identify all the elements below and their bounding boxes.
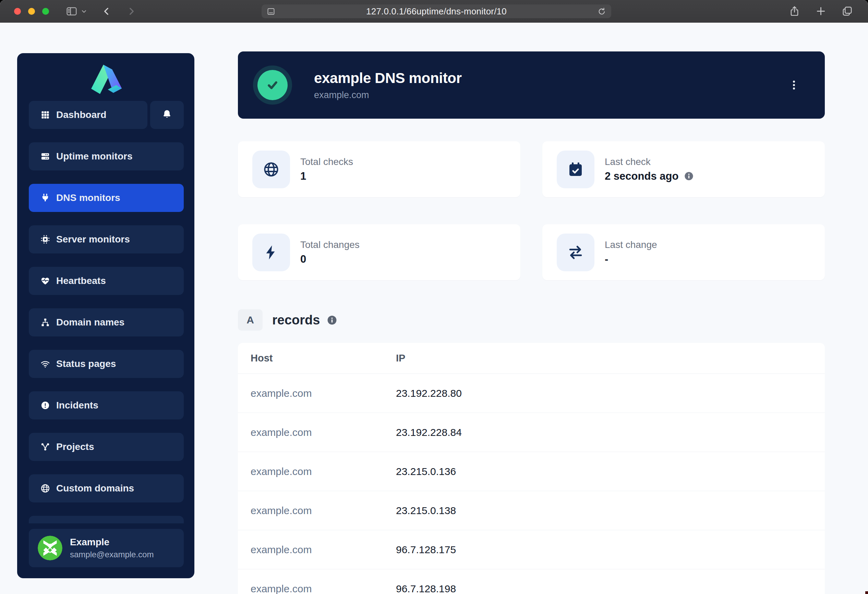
share-icon[interactable]	[789, 6, 800, 17]
info-icon[interactable]	[684, 171, 694, 181]
table-row: example.com 96.7.128.198	[238, 569, 825, 594]
sidebar: Dashboard Uptime monitors	[17, 53, 194, 578]
nodes-icon	[40, 442, 50, 452]
toolbar-right	[789, 6, 853, 17]
table-row: example.com 23.192.228.84	[238, 413, 825, 452]
address-bar[interactable]: 127.0.0.1/66uptime/dns-monitor/10	[261, 4, 611, 18]
host-cell: example.com	[238, 505, 396, 517]
window-controls	[14, 8, 49, 15]
table-header: Host IP	[238, 343, 825, 374]
stat-card: Last change -	[542, 224, 825, 280]
table-row: example.com 96.7.128.175	[238, 530, 825, 569]
kebab-icon	[788, 79, 800, 91]
stat-value: 1	[300, 170, 306, 182]
app-logo[interactable]	[17, 53, 194, 101]
monitor-domain: example.com	[314, 90, 462, 100]
user-name: Example	[70, 537, 154, 548]
stat-card: Total checks 1	[238, 141, 520, 197]
new-tab-icon[interactable]	[815, 6, 827, 17]
sidebar-item-label: Domain names	[56, 317, 124, 328]
stat-card: Total changes 0	[238, 224, 520, 280]
notifications-button[interactable]	[150, 101, 184, 129]
ip-cell: 23.215.0.138	[396, 505, 825, 517]
sidebar-item-label: Status pages	[56, 358, 116, 369]
sidebar-item-label: Projects	[56, 441, 94, 452]
sidebar-item-label: Custom domains	[56, 483, 134, 494]
swap-icon	[557, 233, 595, 271]
server-icon	[40, 152, 50, 161]
globe-icon	[40, 483, 50, 493]
ip-cell: 23.192.228.84	[396, 427, 825, 438]
zoom-window-button[interactable]	[42, 8, 49, 15]
sidebar-item-dashboard[interactable]: Dashboard	[29, 101, 148, 129]
sidebar-item[interactable]: Projects	[29, 433, 184, 461]
page-icon	[266, 7, 276, 16]
url-text: 127.0.0.1/66uptime/dns-monitor/10	[261, 6, 611, 17]
user-profile[interactable]: Example sample@example.com	[29, 529, 184, 567]
plug-icon	[40, 193, 50, 203]
alert-icon	[40, 400, 50, 410]
sidebar-item-label: Server monitors	[56, 234, 130, 245]
chip-icon	[40, 235, 50, 244]
stat-label: Last change	[605, 239, 657, 250]
browser-toolbar: 127.0.0.1/66uptime/dns-monitor/10	[0, 0, 868, 23]
sidebar-nav: Uptime monitors DNS monitors Server moni…	[29, 142, 184, 516]
sidebar-item[interactable]: Custom domains	[29, 474, 184, 502]
status-badge	[253, 65, 292, 105]
table-row: example.com 23.192.228.80	[238, 374, 825, 413]
records-heading: A records	[238, 309, 337, 331]
sidebar-item-label: Heartbeats	[56, 275, 106, 287]
sidebar-item[interactable]: Uptime monitors	[29, 142, 184, 170]
column-header-ip: IP	[396, 353, 825, 364]
dashboard-row: Dashboard	[29, 101, 184, 129]
sidebar-item-label: DNS monitors	[56, 192, 120, 203]
back-button[interactable]	[101, 6, 112, 17]
ip-cell: 23.215.0.136	[396, 466, 825, 477]
stat-value: -	[605, 253, 608, 266]
sidebar-item[interactable]: DNS monitors	[29, 184, 184, 212]
tab-overview-icon[interactable]	[841, 6, 853, 17]
sidebar-toggle-icon[interactable]	[66, 6, 77, 17]
sidebar-item-label: Incidents	[56, 400, 98, 411]
ip-cell: 96.7.128.175	[396, 544, 825, 556]
heart-icon	[40, 276, 50, 286]
stats-grid: Total checks 1 Last check	[238, 141, 825, 280]
monitor-menu-button[interactable]	[786, 74, 802, 96]
host-cell: example.com	[238, 544, 396, 556]
screenshot-artifact	[865, 591, 868, 594]
lambda-logo-icon	[87, 63, 125, 97]
host-cell: example.com	[238, 466, 396, 477]
ip-cell: 96.7.128.198	[396, 583, 825, 594]
minimize-window-button[interactable]	[28, 8, 35, 15]
sidebar-item[interactable]: Status pages	[29, 350, 184, 378]
calendar-icon	[557, 151, 595, 188]
browser-window: 127.0.0.1/66uptime/dns-monitor/10	[0, 0, 868, 594]
avatar	[38, 536, 62, 560]
sidebar-item-partial[interactable]	[29, 516, 184, 523]
ip-cell: 23.192.228.80	[396, 387, 825, 399]
sidebar-item-label: Uptime monitors	[56, 151, 132, 162]
table-body: example.com 23.192.228.80 example.com 23…	[238, 374, 825, 594]
sidebar-bottom: Example sample@example.com	[29, 516, 184, 567]
record-type-badge: A	[238, 309, 263, 331]
host-cell: example.com	[238, 427, 396, 438]
chevron-down-icon[interactable]	[81, 8, 87, 15]
sidebar-item-label: Dashboard	[56, 109, 106, 120]
reload-icon[interactable]	[597, 7, 607, 16]
user-email: sample@example.com	[70, 550, 154, 559]
monitor-header-card: example DNS monitor example.com	[238, 52, 825, 119]
stat-value: 0	[300, 253, 306, 266]
sidebar-item[interactable]: Incidents	[29, 391, 184, 420]
sidebar-item[interactable]: Heartbeats	[29, 267, 184, 295]
host-cell: example.com	[238, 583, 396, 594]
forward-button[interactable]	[126, 6, 137, 17]
info-icon[interactable]	[327, 315, 337, 325]
sidebar-item[interactable]: Domain names	[29, 308, 184, 337]
close-window-button[interactable]	[14, 8, 21, 15]
stat-label: Total changes	[300, 239, 360, 250]
stat-value: 2 seconds ago	[605, 170, 678, 182]
monitor-title: example DNS monitor	[314, 70, 462, 86]
records-title: records	[272, 313, 320, 328]
bolt-icon	[252, 233, 290, 271]
sidebar-item[interactable]: Server monitors	[29, 225, 184, 253]
